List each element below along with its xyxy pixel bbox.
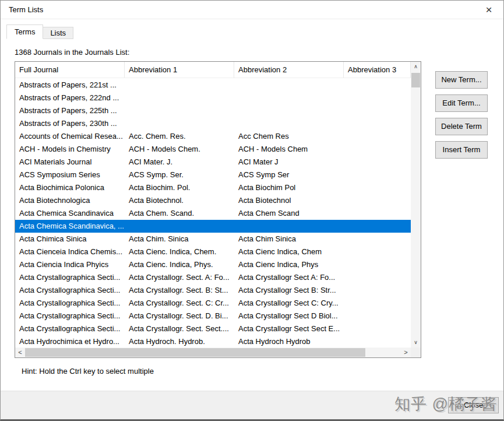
table-row[interactable]: Accounts of Chemical Resea...Acc. Chem. …: [15, 130, 411, 143]
table-cell: [234, 79, 344, 92]
table-cell: [344, 310, 411, 322]
table-cell: Acta Ciencia Indica Phyics: [15, 258, 125, 271]
table-cell: Acta Chemica Scandinavica, ...: [15, 220, 125, 233]
table-row-selected[interactable]: Acta Chemica Scandinavica, ...: [15, 220, 411, 233]
table-cell: ACI Materials Journal: [15, 156, 125, 169]
table-row[interactable]: Acta Ciencia Indica PhyicsActa Cienc. In…: [15, 258, 411, 271]
journals-table: Full JournalAbbreviation 1Abbreviation 2…: [15, 61, 421, 358]
vertical-scroll-thumb[interactable]: [411, 73, 420, 87]
scroll-left-icon[interactable]: <: [15, 348, 25, 357]
table-cell: [344, 143, 411, 156]
table-cell: [234, 104, 344, 117]
table-cell: Acta Crystallogr. Sect. D. Bi...: [125, 310, 234, 322]
table-cell: [344, 169, 411, 181]
table-cell: ACS Symp. Ser.: [125, 169, 234, 181]
table-row[interactable]: Acta Crystallographica Secti...Acta Crys…: [15, 284, 411, 297]
table-cell: Abstracts of Papers, 230th ...: [15, 117, 125, 130]
table-row[interactable]: Acta Crystallographica Secti...Acta Crys…: [15, 310, 411, 322]
table-cell: Acta Biotechnol: [234, 194, 344, 207]
table-cell: [344, 130, 411, 143]
table-cell: Acta Crystallographica Secti...: [15, 297, 125, 310]
table-cell: [344, 194, 411, 207]
table-row[interactable]: Acta Crystallographica Secti...Acta Crys…: [15, 297, 411, 310]
title-bar: Term Lists ×: [1, 1, 503, 19]
table-cell: [125, 79, 234, 92]
table-row[interactable]: Abstracts of Papers, 230th ...: [15, 117, 411, 130]
column-header[interactable]: Abbreviation 2: [234, 62, 344, 78]
vertical-scrollbar[interactable]: ∧ ∨: [411, 62, 421, 348]
close-button[interactable]: Close: [448, 397, 499, 413]
table-row[interactable]: Acta BiotechnologicaActa Biotechnol.Acta…: [15, 194, 411, 207]
table-row[interactable]: Abstracts of Papers, 221st ...: [15, 79, 411, 92]
table-cell: [344, 104, 411, 117]
table-cell: Acta Hydrochimica et Hydro...: [15, 335, 125, 348]
table-row[interactable]: ACH - Models in ChemistryACH - Models Ch…: [15, 143, 411, 156]
table-row[interactable]: Acta Biochimica PolonicaActa Biochim. Po…: [15, 181, 411, 194]
table-row[interactable]: Acta Hydrochimica et Hydro...Acta Hydroc…: [15, 335, 411, 348]
table-row[interactable]: Acta Cienceia Indica Chemis...Acta Cienc…: [15, 245, 411, 258]
table-cell: [234, 92, 344, 104]
table-cell: [344, 322, 411, 335]
table-cell: Acta Hydroch Hydrob: [234, 335, 344, 348]
scroll-down-icon[interactable]: ∨: [411, 338, 421, 348]
table-cell: [125, 117, 234, 130]
table-cell: ACH - Models Chem.: [125, 143, 234, 156]
table-cell: ACS Symp Ser: [234, 169, 344, 181]
table-row[interactable]: Acta Chimica SinicaActa Chim. SinicaActa…: [15, 233, 411, 245]
close-icon[interactable]: ×: [479, 2, 499, 18]
new-term-button[interactable]: New Term...: [435, 71, 488, 89]
table-cell: Acc Chem Res: [234, 130, 344, 143]
horizontal-scrollbar[interactable]: < >: [15, 348, 411, 357]
table-cell: Abstracts of Papers, 222nd ...: [15, 92, 125, 104]
table-row[interactable]: ACS Symposium SeriesACS Symp. Ser.ACS Sy…: [15, 169, 411, 181]
table-cell: Acta Cienc Indica, Chem: [234, 245, 344, 258]
table-row[interactable]: ACI Materials JournalACI Mater. J.ACI Ma…: [15, 156, 411, 169]
horizontal-scroll-thumb[interactable]: [25, 348, 365, 357]
window-title: Term Lists: [9, 1, 43, 19]
delete-term-button[interactable]: Delete Term: [435, 118, 488, 135]
column-header[interactable]: Full Journal: [15, 62, 125, 78]
table-cell: Acta Crystallogr. Sect. A: Fo...: [125, 271, 234, 284]
table-cell: Acta Cienc. Indica, Chem.: [125, 245, 234, 258]
table-cell: Acta Crystallogr Sect C: Cry...: [234, 297, 344, 310]
table-cell: Acta Chimica Sinica: [15, 233, 125, 245]
table-row[interactable]: Abstracts of Papers, 222nd ...: [15, 92, 411, 104]
table-cell: Acta Crystallographica Secti...: [15, 322, 125, 335]
edit-term-button[interactable]: Edit Term...: [435, 94, 488, 112]
table-row[interactable]: Acta Crystallographica Secti...Acta Crys…: [15, 322, 411, 335]
table-cell: Acta Biochimica Polonica: [15, 181, 125, 194]
table-row[interactable]: Acta Chemica ScandinavicaActa Chem. Scan…: [15, 207, 411, 220]
table-cell: [344, 297, 411, 310]
table-cell: [344, 156, 411, 169]
table-row[interactable]: Acta Crystallographica Secti...Acta Crys…: [15, 271, 411, 284]
table-cell: Acta Biotechnologica: [15, 194, 125, 207]
table-cell: [234, 117, 344, 130]
table-row[interactable]: Abstracts of Papers, 225th ...: [15, 104, 411, 117]
table-cell: Acta Crystallographica Secti...: [15, 284, 125, 297]
table-cell: Acta Crystallographica Secti...: [15, 271, 125, 284]
table-cell: [234, 220, 344, 233]
scrollbar-corner: [411, 348, 421, 357]
table-cell: [344, 258, 411, 271]
table-cell: ACH - Models Chem: [234, 143, 344, 156]
table-cell: [344, 79, 411, 92]
table-cell: Acta Chem. Scand.: [125, 207, 234, 220]
insert-term-button[interactable]: Insert Term: [435, 141, 488, 159]
table-cell: Acta Crystallogr. Sect. B: St...: [125, 284, 234, 297]
table-cell: [344, 271, 411, 284]
table-cell: [344, 181, 411, 194]
scroll-right-icon[interactable]: >: [401, 348, 411, 357]
table-cell: [344, 207, 411, 220]
column-header[interactable]: Abbreviation 3: [344, 62, 411, 78]
table-cell: Abstracts of Papers, 221st ...: [15, 79, 125, 92]
table-cell: ACS Symposium Series: [15, 169, 125, 181]
table-cell: [344, 245, 411, 258]
scroll-up-icon[interactable]: ∧: [411, 62, 421, 72]
table-cell: ACH - Models in Chemistry: [15, 143, 125, 156]
table-cell: Abstracts of Papers, 225th ...: [15, 104, 125, 117]
column-header[interactable]: Abbreviation 1: [125, 62, 234, 78]
table-cell: [344, 335, 411, 348]
tab-lists[interactable]: Lists: [43, 27, 73, 39]
tab-terms[interactable]: Terms: [6, 24, 43, 39]
table-cell: [344, 117, 411, 130]
